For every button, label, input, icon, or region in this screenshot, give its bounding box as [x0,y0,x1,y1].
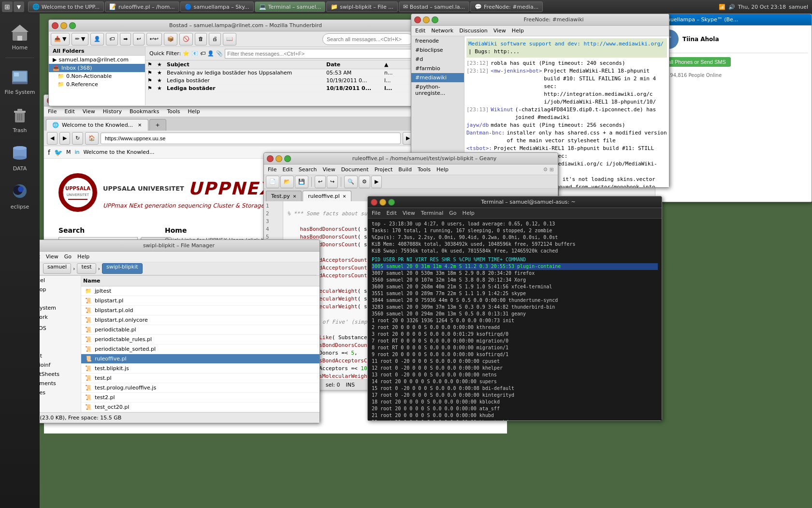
geany-save-btn[interactable]: 💾 [295,176,308,188]
ff-menu-help[interactable]: Help [188,108,200,115]
mediawiki-link[interactable]: MediaWiki software support and dev: [468,41,580,47]
fm-file-blipstart-onlycore[interactable]: 📜blipstart.pl.onlycore [81,315,319,325]
geany-menu-file[interactable]: File [268,166,276,173]
tb-account-folder[interactable]: ▶ samuel.lampa@rilnet.com [49,56,145,64]
tb-addressbook-btn[interactable]: 📖 [223,33,236,45]
taskbar-window-terminal[interactable]: 💻 Terminal – samuel... [255,1,325,12]
tab-close[interactable]: ✕ [293,194,297,199]
sidebar-item-filesystem[interactable]: File System [1,62,38,98]
tb-message-3[interactable]: ⚑ ★ Lediga bostäder 10/18/2011 0... l... [145,85,415,92]
irc-chan-freenode[interactable]: freenode [411,36,464,45]
term-menu-edit[interactable]: Edit [386,210,396,216]
fm-file-test2[interactable]: 📜test2.pl [81,393,319,403]
taskbar-window-geany[interactable]: 📝 ruleoffive.pl – /hom... [105,1,179,12]
fm-menu-help[interactable]: Help [77,254,89,260]
taskbar-window-thunderbird[interactable]: ✉ Bostad – samuel.la... [399,1,469,12]
sidebar-item-home[interactable]: Home [1,17,38,54]
tb-junk-btn[interactable]: 🚫 [179,33,193,45]
tb-reply-btn[interactable]: ↩ [133,33,144,45]
thunderbird-close[interactable] [52,22,58,29]
irc-menu-help[interactable]: Help [512,28,524,34]
fm-file-ruleoffive[interactable]: 📜ruleoffive.pl [81,354,319,364]
tb-replyall-btn[interactable]: ↩↩ [146,33,162,45]
terminal-close[interactable] [371,199,377,206]
tb-get-mail-btn[interactable]: 📥▼ [51,33,70,45]
fm-file-periodictable-sorted[interactable]: 📜periodictable_sorted.pl [81,344,319,354]
terminal-minimize[interactable] [379,199,386,206]
fm-file-blipstart-old[interactable]: 📜blipstart.pl.old [81,306,319,315]
geany-open-btn[interactable]: 📂 [280,176,294,188]
taskbar-window-skype[interactable]: 🔵 samuellampa – Sky... [180,1,254,12]
tb-forward-btn[interactable]: ➡ [120,33,131,45]
irc-chan-mediawiki[interactable]: #mediawiki [411,73,464,82]
ff-menu-bookmarks[interactable]: Bookmarks [130,108,159,115]
fm-path-swipl[interactable]: swipl-blipkit [102,263,143,274]
fm-path-test[interactable]: test [77,263,96,274]
ff-forward-btn[interactable]: ▶ [59,132,70,145]
taskbar-app-icon[interactable]: ⊞ [2,1,13,12]
tb-archive-btn[interactable]: 📦 [164,33,177,45]
terminal-titlebar[interactable]: Terminal – samuel@samuel-asus: ~ [368,196,662,208]
fm-file-test-oct20[interactable]: 📜test_oct20.pl [81,403,319,412]
geany-menu-document[interactable]: Document [341,166,369,173]
thunderbird-search-input[interactable] [322,33,413,45]
geany-menu-view[interactable]: View [323,166,335,173]
tb-print-btn[interactable]: 🖨 [209,33,221,45]
geany-menu-project[interactable]: Project [375,166,393,173]
firefox-new-tab[interactable]: + [149,119,166,131]
subject-col[interactable]: Subject [167,61,326,68]
term-menu-view[interactable]: View [403,210,415,216]
fm-menu-view[interactable]: View [46,254,58,260]
fm-file-test-prolog[interactable]: 📜test.prolog.ruleoffive.js [81,383,319,393]
ff-home-btn[interactable]: 🏠 [85,132,99,145]
mediawiki-url[interactable]: http://www.mediawiki.org/ [583,41,664,47]
terminal-maximize[interactable] [388,199,395,206]
irc-chan-farmbio[interactable]: #farmbio [411,64,464,73]
skype-call-btn[interactable]: Call Phones or Send SMS [659,57,731,67]
irc-menu-view[interactable]: View [493,28,506,34]
thunderbird-minimize[interactable] [60,22,67,29]
freenode-maximize[interactable] [432,16,438,23]
geany-titlebar[interactable]: ruleoffive.pl – /home/samuel/test/swipl-… [264,153,558,164]
firefox-tab-uppnex[interactable]: 🌐 Welcome to the Knowled... ✕ [46,119,148,131]
filemanager-titlebar[interactable]: swipl-blipkit – File Manager [11,240,319,252]
message-filter-input[interactable] [225,49,411,59]
tb-inbox-folder[interactable]: 📥 Inbox (368) [49,64,145,72]
ff-back-btn[interactable]: ◀ [47,132,58,145]
tb-address-btn[interactable]: 👤 [90,33,104,45]
geany-undo-btn[interactable]: ↩ [315,176,326,188]
sidebar-item-data[interactable]: DATA [1,138,38,175]
firefox-urlbar[interactable] [101,133,401,144]
geany-minimize[interactable] [276,155,282,162]
tb-nonactionable-folder[interactable]: 📁 0.Non-Actionable [49,72,145,80]
ff-reload-btn[interactable]: ↻ [72,132,83,145]
fm-file-test-blipkit[interactable]: 📜test.blipkit.js [81,364,319,374]
freenode-close[interactable] [414,16,421,23]
geany-redo-btn[interactable]: ↪ [327,176,338,188]
geany-tab-test[interactable]: Test.py ✕ [266,191,302,201]
terminal-content[interactable]: top - 23:18:30 up 4:27, 0 users, load av… [368,219,662,420]
irc-menu-edit[interactable]: Edit [415,28,425,34]
ff-menu-edit[interactable]: Edit [64,108,74,115]
geany-tab-ruleoffive[interactable]: ruleoffive.pl ✕ [303,191,351,201]
tb-reference-folder[interactable]: 📁 0.Reference [49,80,145,89]
geany-menu-search[interactable]: Search [299,166,317,173]
tab-close-icon[interactable]: ✕ [138,122,142,128]
ff-menu-view[interactable]: View [83,108,95,115]
irc-chan-python[interactable]: #python-unregiste... [411,82,464,98]
fm-file-blipstart[interactable]: 📜blipstart.pl [81,296,319,306]
taskbar-window-freenode[interactable]: 💬 FreeNode: #media... [470,1,543,12]
fm-file-jpltest[interactable]: 📁jpltest [81,286,319,296]
geany-menu-build[interactable]: Build [398,166,412,173]
thunderbird-maximize[interactable] [69,22,76,29]
geany-close[interactable] [267,155,274,162]
bm-uppnex[interactable]: Welcome to the Knowled... [83,149,154,155]
bm-facebook[interactable]: f [48,149,50,156]
taskbar-app-places[interactable]: ▼ [14,1,24,12]
taskbar-window-filemanager[interactable]: 📁 swipl-blipkit – File ... [326,1,398,12]
geany-maximize[interactable] [284,155,291,162]
geany-compile-btn[interactable]: ⚙ [359,176,370,188]
bm-linkedin[interactable]: in [74,149,79,155]
term-menu-help[interactable]: Help [463,210,475,216]
tb-message-1[interactable]: ⚑ ★ Bevakning av lediga bostäder hos Upp… [145,69,415,77]
